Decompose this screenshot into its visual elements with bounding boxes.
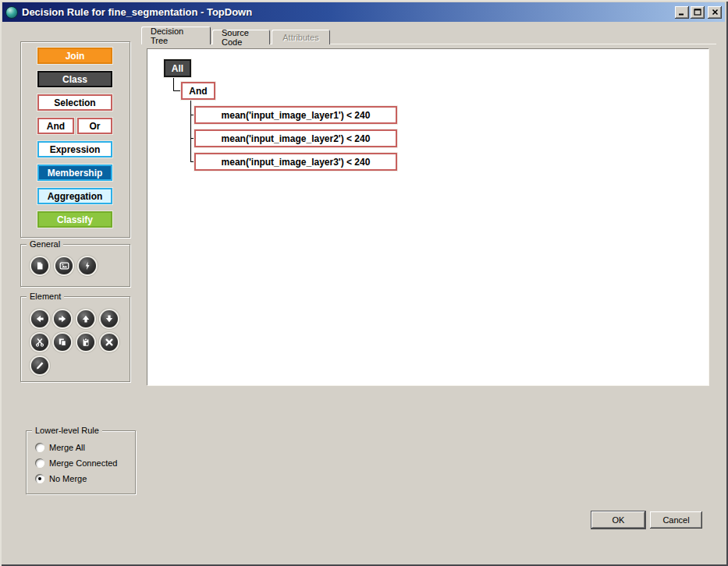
membership-button[interactable]: Membership <box>37 164 112 181</box>
and-button[interactable]: And <box>37 118 74 134</box>
tree-connector <box>173 77 174 90</box>
lower-level-rule-group: Lower-level Rule Merge All Merge Connect… <box>26 430 136 494</box>
decision-tree-canvas[interactable]: All And mean('input_image_layer1') < 240… <box>147 48 708 385</box>
paste-button[interactable] <box>77 334 94 351</box>
decision-rule-dialog: Decision Rule for fine_segmentation - To… <box>0 0 728 566</box>
general-group-label: General <box>27 239 63 249</box>
copy-icon <box>58 338 67 347</box>
pen-icon <box>35 361 44 370</box>
new-document-button[interactable] <box>31 257 48 274</box>
arrow-down-icon <box>105 314 114 324</box>
minimize-icon <box>678 9 686 16</box>
document-icon <box>35 261 44 271</box>
radio-merge-connected[interactable]: Merge Connected <box>35 458 117 468</box>
image-button[interactable] <box>55 257 73 274</box>
copy-button[interactable] <box>54 334 71 351</box>
move-right-button[interactable] <box>54 310 71 327</box>
edit-button[interactable] <box>31 357 48 374</box>
tab-attributes[interactable]: Attributes <box>272 30 330 44</box>
move-down-button[interactable] <box>101 310 118 327</box>
radio-icon <box>35 443 44 452</box>
radio-no-merge-label: No Merge <box>49 474 87 483</box>
close-icon <box>712 9 719 16</box>
delete-button[interactable] <box>101 334 118 351</box>
radio-icon <box>35 458 44 468</box>
tab-decision-tree[interactable]: Decision Tree <box>141 27 211 44</box>
expression-button[interactable]: Expression <box>37 141 112 157</box>
element-group-label: Element <box>27 292 64 302</box>
cut-button[interactable] <box>31 334 48 351</box>
paste-icon <box>81 338 91 347</box>
titlebar[interactable]: Decision Rule for fine_segmentation - To… <box>2 2 725 22</box>
tree-node-condition-2[interactable]: mean('input_image_layer2') < 240 <box>194 129 397 147</box>
class-button[interactable]: Class <box>37 71 112 87</box>
general-toolbox: General <box>20 244 130 287</box>
maximize-button[interactable] <box>691 6 705 19</box>
node-buttons-panel: Join Class Selection And Or Expression M… <box>20 41 130 238</box>
cut-icon <box>35 338 44 347</box>
selection-button[interactable]: Selection <box>37 94 112 111</box>
tree-node-all[interactable]: All <box>164 59 191 77</box>
window-title: Decision Rule for fine_segmentation - To… <box>22 6 252 18</box>
cancel-button[interactable]: Cancel <box>650 511 702 529</box>
radio-merge-all-label: Merge All <box>49 443 85 452</box>
tree-node-condition-3[interactable]: mean('input_image_layer3') < 240 <box>194 153 397 171</box>
delete-icon <box>105 338 114 347</box>
join-button[interactable]: Join <box>37 48 112 64</box>
tab-source-code[interactable]: Source Code <box>212 30 270 44</box>
element-toolbox: Element <box>20 296 130 382</box>
tabstrip: Decision Tree Source Code Attributes <box>141 27 332 44</box>
tree-node-condition-1[interactable]: mean('input_image_layer1') < 240 <box>194 106 397 124</box>
ok-button[interactable]: OK <box>591 511 645 529</box>
tree-connector <box>173 90 181 91</box>
aggregation-button[interactable]: Aggregation <box>37 188 112 204</box>
radio-no-merge[interactable]: No Merge <box>35 474 87 483</box>
image-icon <box>59 261 69 271</box>
move-up-button[interactable] <box>77 310 94 327</box>
radio-icon <box>35 474 44 483</box>
process-button[interactable] <box>79 257 96 274</box>
maximize-icon <box>694 9 701 16</box>
arrow-right-icon <box>58 314 67 324</box>
tree-node-and[interactable]: And <box>181 82 215 100</box>
arrow-left-icon <box>35 314 44 324</box>
minimize-button[interactable] <box>675 6 689 19</box>
radio-merge-all[interactable]: Merge All <box>35 443 85 452</box>
arrow-up-icon <box>81 314 91 324</box>
or-button[interactable]: Or <box>77 118 112 134</box>
lightning-icon <box>83 261 92 271</box>
lower-level-rule-label: Lower-level Rule <box>32 426 102 436</box>
tree-connector <box>190 99 191 161</box>
radio-merge-connected-label: Merge Connected <box>49 458 117 468</box>
close-button[interactable] <box>708 6 722 19</box>
window-controls <box>675 6 722 19</box>
move-left-button[interactable] <box>31 310 48 327</box>
classify-button[interactable]: Classify <box>37 211 112 228</box>
app-icon <box>5 6 18 19</box>
